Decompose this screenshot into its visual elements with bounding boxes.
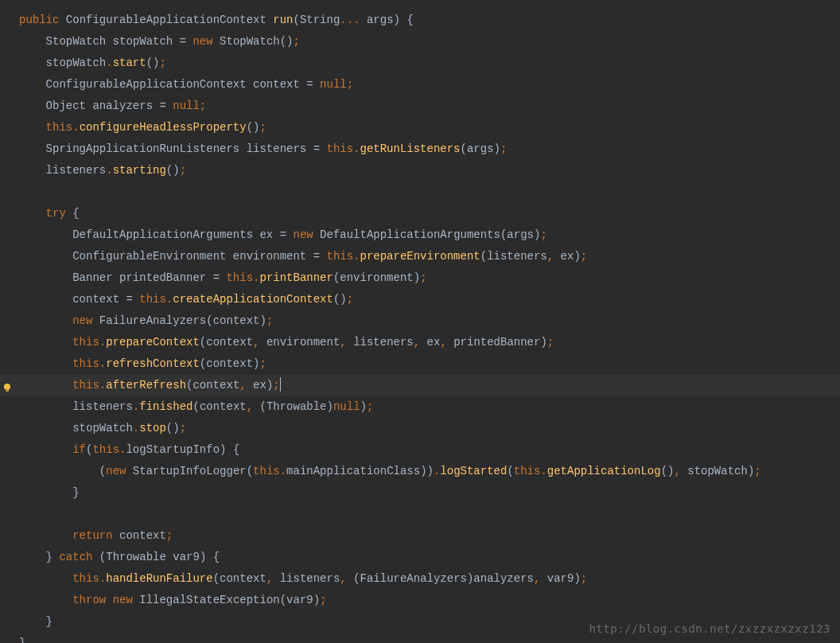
text-cursor [280,377,281,392]
code-token: ; [200,99,206,112]
code-token: listeners [487,250,547,263]
code-token: context [72,293,126,306]
code-token: context [192,379,239,392]
code-token: stop [139,422,166,435]
code-token: StopWatch [220,35,280,48]
code-line[interactable]: try { [0,203,840,224]
code-line[interactable]: listeners.finished(context, (Throwable)n… [0,396,840,418]
code-line[interactable]: } catch (Throwable var9) { [0,547,840,568]
code-token: , [247,400,253,413]
code-line[interactable]: return context; [0,525,840,547]
code-token: } [46,551,52,563]
code-token: ; [259,121,266,134]
code-token: . [99,357,106,370]
code-token: ) [259,314,266,327]
code-token: () [166,164,180,177]
code-token: null [320,78,347,91]
code-token: context [200,400,247,413]
code-token: refreshContext [106,357,200,370]
code-line[interactable]: ConfigurableEnvironment environment = th… [0,246,840,267]
code-line[interactable]: listeners.starting(); [0,160,840,181]
code-token: Object analyzers [46,99,160,112]
code-token [66,207,72,220]
code-token: try [46,207,66,220]
code-line[interactable]: this.prepareContext(context, environment… [0,332,840,353]
code-token: ConfigurableEnvironment environment [72,250,313,263]
code-token: listeners [72,400,133,413]
code-line[interactable]: (new StartupInfoLogger(this.mainApplicat… [0,461,840,482]
code-token: args [507,228,534,241]
code-line[interactable]: StopWatch stopWatch = new StopWatch(); [0,31,840,53]
code-token: this [72,572,99,585]
code-token: ; [420,271,426,284]
code-token: ( [192,400,199,413]
code-line[interactable]: ConfigurableApplicationContext context =… [0,74,840,95]
code-token [554,250,560,263]
code-token: ( [480,250,487,263]
code-token: String [300,14,340,26]
code-line[interactable] [0,504,840,525]
code-token: context [206,336,253,349]
code-token: ConfigurableApplicationContext [66,14,273,26]
code-token: ( [507,465,513,477]
code-token: { [406,14,413,26]
code-token: context [213,314,260,327]
code-token: , [547,250,554,263]
code-line[interactable]: this.handleRunFailure(context, listeners… [0,568,840,590]
code-line[interactable]: public ConfigurableApplicationContext ru… [0,10,840,31]
code-token: , [674,465,680,477]
code-line[interactable]: if(this.logStartupInfo) { [0,439,840,461]
code-line[interactable]: this.configureHeadlessProperty(); [0,117,840,138]
svg-point-0 [4,384,10,390]
code-token: () [166,422,180,435]
code-line[interactable]: Object analyzers = null; [0,95,840,117]
code-token: . [99,336,106,349]
code-token: this [72,357,99,370]
watermark-text: http://blog.csdn.net/zxzzxzxzxz123 [589,622,830,635]
code-token: ( [294,14,300,26]
code-token: this [46,121,73,134]
code-token: this [326,142,353,155]
code-token: IllegalStateException [139,594,279,606]
code-token: ( [99,465,106,477]
code-token: stopWatch [72,422,133,435]
code-token: ( [461,142,467,155]
code-token: ) [494,142,500,155]
code-token: () [280,35,294,48]
code-token: = [280,228,294,241]
code-line[interactable]: stopWatch.start(); [0,53,840,74]
code-token: afterRefresh [106,379,186,392]
code-line[interactable] [0,181,840,203]
code-token: () [333,293,347,306]
code-line[interactable]: new FailureAnalyzers(context); [0,310,840,332]
code-token: ; [166,529,173,542]
code-token [259,336,266,349]
code-token: new [72,314,92,327]
code-line[interactable]: DefaultApplicationArguments ex = new Def… [0,224,840,246]
code-line[interactable]: throw new IllegalStateException(var9); [0,590,840,611]
code-token: logStartupInfo [126,443,220,456]
code-token: ) [394,14,400,26]
code-token: prepareContext [106,336,200,349]
code-token: ; [581,572,587,585]
code-token: context [206,357,253,370]
code-token: . [106,57,112,69]
code-editor[interactable]: public ConfigurableApplicationContext ru… [0,0,840,643]
code-token: catch [59,551,92,563]
code-token: ; [347,78,353,91]
code-line[interactable]: this.refreshContext(context); [0,353,840,375]
intention-bulb-icon[interactable] [2,380,13,391]
code-line[interactable]: stopWatch.stop(); [0,418,840,439]
code-line[interactable]: SpringApplicationRunListeners listeners … [0,138,840,160]
code-line[interactable]: } [0,482,840,504]
code-line[interactable]: this.afterRefresh(context, ex); [0,375,840,396]
code-token: ; [180,164,186,177]
code-line[interactable]: Banner printedBanner = this.printBanner(… [0,267,840,289]
code-line[interactable]: context = this.createApplicationContext(… [0,289,840,310]
code-token: ConfigurableApplicationContext context [46,78,307,91]
code-token: Banner printedBanner [72,271,212,284]
code-token: DefaultApplicationArguments [320,228,500,241]
code-token: var9 [547,572,574,585]
code-token: = [306,78,320,91]
code-token [447,336,453,349]
